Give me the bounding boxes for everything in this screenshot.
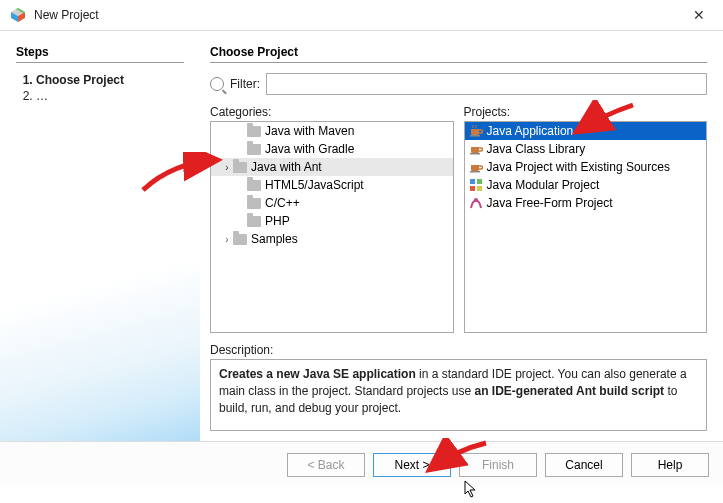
category-label: Java with Maven [265, 124, 354, 138]
category-item[interactable]: HTML5/JavaScript [211, 176, 453, 194]
projects-box[interactable]: Java Application Java Class Library Java… [464, 121, 708, 333]
folder-icon [247, 216, 261, 227]
category-label: Samples [251, 232, 298, 246]
search-icon [210, 77, 224, 91]
filter-input[interactable] [266, 73, 707, 95]
module-icon [469, 178, 483, 192]
project-label: Java Free-Form Project [487, 196, 613, 210]
coffee-icon [469, 142, 483, 156]
category-item[interactable]: Java with Maven [211, 122, 453, 140]
description-bold-1: Creates a new Java SE application [219, 367, 416, 381]
help-button[interactable]: Help [631, 453, 709, 477]
choose-heading: Choose Project [210, 45, 707, 63]
description-label: Description: [210, 343, 707, 357]
category-label: Java with Gradle [265, 142, 354, 156]
chevron-right-icon: › [221, 234, 233, 245]
project-label: Java Modular Project [487, 178, 600, 192]
folder-icon [247, 180, 261, 191]
coffee-icon [469, 160, 483, 174]
project-label: Java Project with Existing Sources [487, 160, 670, 174]
category-item[interactable]: PHP [211, 212, 453, 230]
project-item[interactable]: Java Application [465, 122, 707, 140]
app-logo-icon [10, 7, 26, 23]
svg-rect-10 [477, 186, 482, 191]
svg-rect-9 [470, 186, 475, 191]
category-item[interactable]: › Java with Ant [211, 158, 453, 176]
svg-point-11 [474, 198, 478, 202]
projects-label: Projects: [464, 105, 708, 119]
button-bar: < Back Next > Finish Cancel Help [0, 441, 723, 487]
steps-panel: Steps Choose Project … [0, 31, 200, 441]
svg-rect-7 [470, 179, 475, 184]
folder-icon [247, 126, 261, 137]
folder-icon [247, 144, 261, 155]
coffee-icon [469, 124, 483, 138]
back-button: < Back [287, 453, 365, 477]
step-item: … [36, 89, 184, 103]
choose-panel: Choose Project Filter: Categories: Java … [200, 31, 723, 441]
project-item[interactable]: Java Modular Project [465, 176, 707, 194]
svg-rect-6 [470, 171, 480, 173]
folder-icon [247, 198, 261, 209]
step-item: Choose Project [36, 73, 184, 87]
finish-button: Finish [459, 453, 537, 477]
projects-column: Projects: Java Application Java Class Li… [464, 105, 708, 333]
category-label: PHP [265, 214, 290, 228]
svg-rect-8 [477, 179, 482, 184]
folder-icon [233, 234, 247, 245]
chevron-right-icon: › [221, 162, 233, 173]
steps-list: Choose Project … [16, 73, 184, 103]
category-item[interactable]: Java with Gradle [211, 140, 453, 158]
project-item[interactable]: Java Class Library [465, 140, 707, 158]
project-item[interactable]: Java Free-Form Project [465, 194, 707, 212]
steps-heading: Steps [16, 45, 184, 63]
project-item[interactable]: Java Project with Existing Sources [465, 158, 707, 176]
svg-rect-4 [470, 135, 480, 137]
category-item[interactable]: › Samples [211, 230, 453, 248]
titlebar: New Project ✕ [0, 0, 723, 30]
filter-label: Filter: [230, 77, 260, 91]
categories-column: Categories: Java with Maven Java with Gr… [210, 105, 454, 333]
category-label: C/C++ [265, 196, 300, 210]
categories-box[interactable]: Java with Maven Java with Gradle › Java … [210, 121, 454, 333]
project-label: Java Class Library [487, 142, 586, 156]
folder-icon [233, 162, 247, 173]
filter-row: Filter: [210, 73, 707, 95]
close-icon[interactable]: ✕ [685, 3, 713, 27]
window-title: New Project [34, 8, 685, 22]
project-label: Java Application [487, 124, 574, 138]
svg-rect-5 [470, 153, 480, 155]
description-box: Creates a new Java SE application in a s… [210, 359, 707, 431]
category-label: HTML5/JavaScript [265, 178, 364, 192]
freeform-icon [469, 196, 483, 210]
category-label: Java with Ant [251, 160, 322, 174]
cancel-button[interactable]: Cancel [545, 453, 623, 477]
category-item[interactable]: C/C++ [211, 194, 453, 212]
description-bold-2: an IDE-generated Ant build script [474, 384, 664, 398]
categories-label: Categories: [210, 105, 454, 119]
next-button[interactable]: Next > [373, 453, 451, 477]
